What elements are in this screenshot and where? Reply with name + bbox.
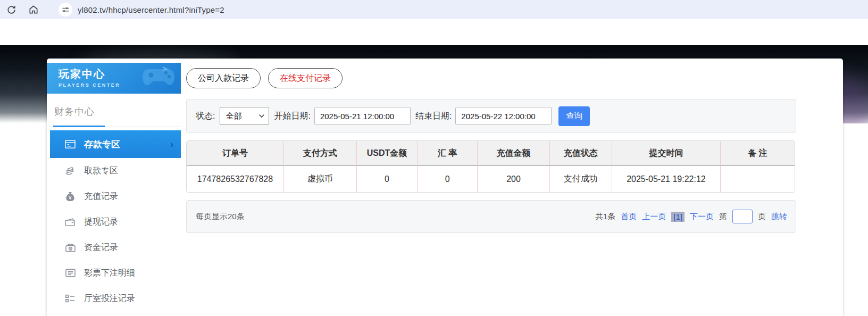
- browser-toolbar: yl802.tv/hhcp/usercenter.html?iniType=2: [0, 0, 868, 19]
- cell-payment-method: 虚拟币: [284, 166, 357, 192]
- start-date-label: 开始日期:: [274, 111, 310, 122]
- jump-suffix-text: 页: [758, 212, 766, 222]
- tab-online-payment-records[interactable]: 在线支付记录: [268, 68, 343, 88]
- sidebar-item-label: 彩票下注明细: [84, 268, 135, 279]
- status-label: 状态:: [196, 111, 215, 122]
- money-bag-icon: ¥: [65, 191, 76, 202]
- hand-money-icon: [65, 165, 76, 176]
- col-usdt-amount: USDT金额: [357, 141, 418, 166]
- cell-remark: [721, 166, 795, 192]
- sidebar-header: 玩家中心 PLAYERS CENTER: [47, 63, 181, 94]
- section-divider: [47, 126, 181, 127]
- table-header-row: 订单号 支付方式 USDT金额 汇 率 充值金额 充值状态 提交时间 备 注: [187, 141, 795, 166]
- jump-link[interactable]: 跳转: [771, 212, 787, 222]
- table-row: 1747826532767828 虚拟币 0 0 200 支付成功 2025-0…: [187, 166, 795, 192]
- prev-page-link[interactable]: 上一页: [642, 212, 666, 222]
- url-text[interactable]: yl802.tv/hhcp/usercenter.html?iniType=2: [78, 5, 224, 14]
- search-button[interactable]: 查询: [558, 106, 590, 126]
- current-page-indicator: [1]: [671, 212, 685, 222]
- col-submit-time: 提交时间: [612, 141, 721, 166]
- cell-recharge-status: 支付成功: [550, 166, 612, 192]
- pagination-controls: 共1条 首页 上一页 [1] 下一页 第 页 跳转: [595, 210, 787, 223]
- col-remark: 备 注: [721, 141, 795, 166]
- total-count-text: 共1条: [595, 212, 615, 222]
- purse-icon: [65, 242, 76, 253]
- content-panel: 玩家中心 PLAYERS CENTER 财务中心: [47, 59, 843, 316]
- first-page-link[interactable]: 首页: [621, 212, 637, 222]
- records-table: 订单号 支付方式 USDT金额 汇 率 充值金额 充值状态 提交时间 备 注 1…: [186, 140, 795, 193]
- site-info-icon[interactable]: [59, 3, 72, 16]
- chevron-down-icon: [260, 112, 265, 118]
- tab-company-deposit-records[interactable]: 公司入款记录: [186, 68, 261, 88]
- filter-bar: 状态: 全部 开始日期: 结束日期: 查询: [186, 99, 796, 133]
- sidebar-item-hall-bet-records[interactable]: 厅室投注记录: [47, 286, 181, 311]
- sidebar-item-fund-records[interactable]: 资金记录: [47, 235, 181, 260]
- main-content: 公司入款记录 在线支付记录 状态: 全部 开始日期: 结束日期: 查询: [181, 59, 843, 316]
- document-list-icon: [65, 268, 76, 278]
- col-recharge-amount: 充值金额: [478, 141, 550, 166]
- sidebar-item-label: 提现记录: [84, 217, 118, 228]
- cell-submit-time: 2025-05-21 19:22:12: [612, 166, 721, 192]
- sidebar-section-title: 财务中心: [54, 105, 181, 118]
- jump-page-input[interactable]: [732, 210, 753, 223]
- end-date-input[interactable]: [455, 107, 552, 125]
- address-bar[interactable]: yl802.tv/hhcp/usercenter.html?iniType=2: [59, 3, 224, 16]
- status-select-value: 全部: [226, 111, 241, 121]
- svg-text:¥: ¥: [69, 195, 72, 201]
- cell-exchange-rate: 0: [418, 166, 478, 192]
- col-recharge-status: 充值状态: [550, 141, 612, 166]
- status-select[interactable]: 全部: [220, 107, 269, 125]
- chevron-right-icon: ›: [170, 139, 173, 150]
- home-icon[interactable]: [28, 4, 39, 15]
- col-payment-method: 支付方式: [284, 141, 357, 166]
- sidebar-item-deposit[interactable]: 存款专区 ›: [50, 130, 181, 158]
- next-page-link[interactable]: 下一页: [690, 212, 714, 222]
- sidebar-item-recharge-records[interactable]: ¥ 充值记录: [47, 184, 181, 209]
- cell-order-number: 1747826532767828: [187, 166, 284, 192]
- sidebar-item-lottery-bet-details[interactable]: 彩票下注明细: [47, 260, 181, 286]
- sidebar-item-withdrawal-records[interactable]: 提现记录: [47, 209, 181, 235]
- col-exchange-rate: 汇 率: [418, 141, 478, 166]
- record-tabs: 公司入款记录 在线支付记录: [186, 68, 843, 88]
- col-order-number: 订单号: [187, 141, 284, 166]
- page-size-text: 每页显示20条: [196, 212, 245, 222]
- sidebar-item-label: 充值记录: [84, 191, 118, 202]
- pagination-bar: 每页显示20条 共1条 首页 上一页 [1] 下一页 第 页 跳转: [186, 200, 796, 233]
- sidebar-item-label: 资金记录: [84, 242, 118, 253]
- start-date-input[interactable]: [314, 107, 411, 125]
- sidebar-item-label: 厅室投注记录: [84, 293, 135, 304]
- cell-usdt-amount: 0: [357, 166, 418, 192]
- sidebar-item-label: 存款专区: [84, 138, 120, 151]
- reload-icon[interactable]: [5, 4, 17, 15]
- end-date-label: 结束日期:: [415, 111, 452, 122]
- deposit-card-icon: [65, 139, 76, 149]
- jump-prefix-text: 第: [719, 212, 727, 222]
- sidebar: 玩家中心 PLAYERS CENTER 财务中心: [47, 59, 181, 316]
- bullet-list-icon: [65, 293, 76, 304]
- sidebar-item-withdraw[interactable]: 取款专区: [47, 158, 181, 184]
- gamepad-icon: [141, 66, 176, 92]
- sidebar-menu: 存款专区 › 取款专区: [47, 130, 181, 311]
- sidebar-item-label: 取款专区: [84, 165, 118, 177]
- screen: yl802.tv/hhcp/usercenter.html?iniType=2 …: [0, 0, 868, 316]
- cell-recharge-amount: 200: [478, 166, 550, 192]
- wallet-icon: [65, 217, 76, 227]
- section-divider-accent: [53, 126, 105, 127]
